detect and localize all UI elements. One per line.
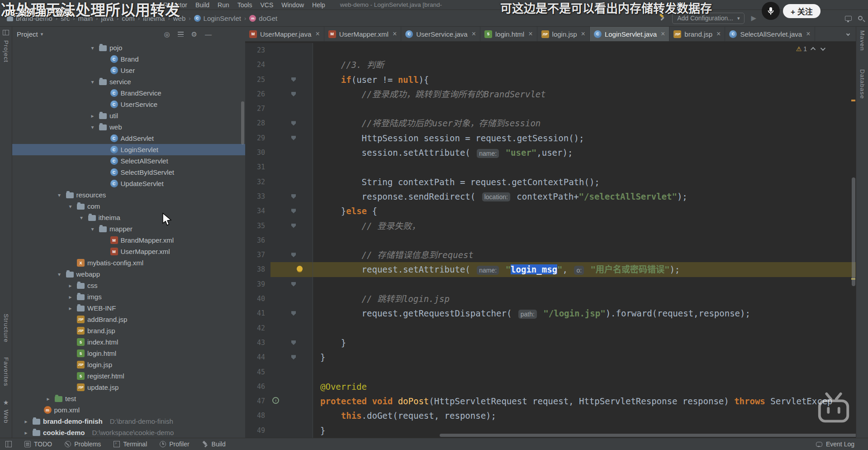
tree-item-brand.jsp[interactable]: JSPbrand.jsp bbox=[12, 325, 245, 336]
toolwindow-button-structure[interactable]: Structure bbox=[3, 314, 9, 343]
tree-item-AddServlet[interactable]: CAddServlet bbox=[12, 133, 245, 144]
chevron-right-icon[interactable]: ▸ bbox=[66, 294, 74, 300]
project-toolwindow-icon[interactable] bbox=[3, 30, 9, 35]
fold-marker-icon[interactable] bbox=[291, 136, 296, 140]
tree-item-web[interactable]: ▾web bbox=[12, 121, 245, 133]
menu-help[interactable]: Help bbox=[308, 1, 329, 9]
tab-SelectAllServlet.java[interactable]: CSelectAllServlet.java× bbox=[725, 27, 815, 41]
code-line-31[interactable]: 31 bbox=[245, 160, 856, 174]
chevron-right-icon[interactable]: ▸ bbox=[66, 282, 74, 289]
breadcrumb-item-web[interactable]: web bbox=[172, 14, 187, 22]
hide-panel-icon[interactable]: — bbox=[205, 30, 212, 38]
menu-run[interactable]: Run bbox=[213, 1, 233, 9]
fold-marker-icon[interactable] bbox=[291, 121, 296, 125]
code-line-44[interactable]: 44} bbox=[245, 350, 856, 364]
fold-marker-icon[interactable] bbox=[291, 224, 296, 228]
fold-marker-icon[interactable] bbox=[291, 92, 296, 96]
toolwindow-switcher-icon[interactable] bbox=[5, 441, 12, 447]
build-hammer-icon[interactable] bbox=[658, 14, 666, 23]
editor[interactable]: 2324//3. 判断25if(user != null){26//登录成功，跳… bbox=[245, 42, 856, 438]
menu-vcs[interactable]: VCS bbox=[256, 1, 277, 9]
close-icon[interactable]: × bbox=[661, 30, 665, 38]
menu-tools[interactable]: Tools bbox=[233, 1, 256, 9]
project-panel-title[interactable]: Project bbox=[17, 30, 38, 38]
toolwindow-button-web[interactable]: Web bbox=[3, 410, 9, 424]
tree-item-util[interactable]: ▸util bbox=[12, 110, 245, 121]
code-line-38[interactable]: 38request.setAttribute( name: "login_msg… bbox=[245, 262, 856, 277]
toolwindow-button-project[interactable]: Project bbox=[3, 40, 9, 62]
code-line-46[interactable]: 46@Override bbox=[245, 379, 856, 394]
close-icon[interactable]: × bbox=[393, 30, 397, 38]
tree-item-mybatis-config.xml[interactable]: Xmybatis-config.xml bbox=[12, 257, 245, 268]
tree-scrollbar[interactable] bbox=[241, 101, 244, 144]
chevron-right-icon[interactable]: ▸ bbox=[89, 113, 96, 119]
fold-marker-icon[interactable] bbox=[291, 311, 296, 316]
horizontal-scrollbar[interactable] bbox=[440, 434, 856, 437]
close-icon[interactable]: × bbox=[581, 30, 585, 38]
code-line-39[interactable]: 39 bbox=[245, 277, 856, 292]
toolwindow-button-database[interactable]: Database bbox=[859, 69, 866, 99]
code-line-40[interactable]: 40// 跳转到login.jsp bbox=[245, 292, 856, 306]
close-icon[interactable]: × bbox=[315, 30, 319, 38]
event-log-button[interactable]: Event Log bbox=[816, 440, 854, 448]
code-line-37[interactable]: 37// 存储错误信息到request bbox=[245, 248, 856, 262]
tree-item-pom.xml[interactable]: mpom.xml bbox=[12, 404, 245, 416]
chevron-down-icon[interactable]: ▾ bbox=[66, 203, 74, 210]
statusbar-build[interactable]: Build bbox=[202, 440, 226, 448]
chevron-right-icon[interactable]: ▸ bbox=[66, 305, 74, 311]
tree-item-pojo[interactable]: ▾pojo bbox=[12, 42, 245, 53]
tree-item-itheima[interactable]: ▾itheima bbox=[12, 212, 245, 223]
follow-button[interactable]: + 关注 bbox=[783, 4, 821, 18]
tab-LoginServlet.java[interactable]: CLoginServlet.java× bbox=[590, 27, 669, 41]
tree-item-com[interactable]: ▾com bbox=[12, 201, 245, 212]
gear-icon[interactable]: ⚙ bbox=[191, 30, 197, 38]
tree-item-mapper[interactable]: ▾mapper bbox=[12, 223, 245, 235]
menu-refactor[interactable]: Refactor bbox=[159, 1, 191, 9]
code-line-28[interactable]: 28//将登陆成功后的user对象，存储到session bbox=[245, 116, 856, 130]
tab-list-chevron[interactable] bbox=[840, 27, 856, 41]
tree-item-cookie-demo[interactable]: ▸cookie-demoD:\workspace\cookie-demo bbox=[12, 427, 245, 438]
chevron-right-icon[interactable]: ▸ bbox=[22, 418, 30, 425]
tree-item-Brand[interactable]: CBrand bbox=[12, 53, 245, 65]
menu-window[interactable]: Window bbox=[277, 1, 308, 9]
code-line-33[interactable]: 33response.sendRedirect( location: conte… bbox=[245, 189, 856, 204]
chevron-down-icon[interactable]: ▾ bbox=[56, 192, 63, 198]
code-line-32[interactable]: 32String contextPath = request.getContex… bbox=[245, 175, 856, 189]
code-line-23[interactable]: 23 bbox=[245, 43, 856, 57]
intention-bulb-icon[interactable] bbox=[297, 266, 303, 272]
chevron-down-icon[interactable]: ▾ bbox=[78, 215, 85, 221]
code-line-45[interactable]: 45 bbox=[245, 365, 856, 379]
tree-item-css[interactable]: ▸css bbox=[12, 280, 245, 291]
tree-item-login.html[interactable]: 5login.html bbox=[12, 348, 245, 359]
fold-marker-icon[interactable] bbox=[291, 355, 296, 359]
tree-item-addBrand.jsp[interactable]: JSPaddBrand.jsp bbox=[12, 314, 245, 325]
tree-item-brand-demo-finish[interactable]: ▸brand-demo-finishD:\brand-demo-finish bbox=[12, 416, 245, 427]
tree-item-index.html[interactable]: 5index.html bbox=[12, 336, 245, 348]
code-line-27[interactable]: 27 bbox=[245, 101, 856, 116]
statusbar-todo[interactable]: TODO bbox=[24, 440, 52, 448]
tree-item-imgs[interactable]: ▸imgs bbox=[12, 291, 245, 302]
code-line-36[interactable]: 36 bbox=[245, 233, 856, 248]
chevron-down-icon[interactable]: ▾ bbox=[89, 45, 96, 51]
tree-item-register.html[interactable]: 5register.html bbox=[12, 370, 245, 382]
breadcrumb-item-com[interactable]: com bbox=[120, 14, 136, 22]
toolwindow-button-favorites[interactable]: Favorites bbox=[3, 357, 9, 387]
tab-UserService.java[interactable]: CUserService.java× bbox=[401, 27, 480, 41]
tree-item-resources[interactable]: ▾resources bbox=[12, 189, 245, 201]
chevron-right-icon[interactable]: ▸ bbox=[44, 396, 52, 402]
fold-marker-icon[interactable] bbox=[291, 340, 296, 345]
prev-issue-icon[interactable] bbox=[811, 47, 816, 52]
tab-brand.jsp[interactable]: JSPbrand.jsp× bbox=[669, 27, 725, 41]
tree-item-login.jsp[interactable]: JSPlogin.jsp bbox=[12, 359, 245, 370]
override-marker-icon[interactable]: ↑ bbox=[272, 397, 279, 404]
tab-UserMapper.java[interactable]: MUserMapper.java× bbox=[245, 27, 324, 41]
fold-marker-icon[interactable] bbox=[291, 194, 296, 199]
chevron-down-icon[interactable]: ▾ bbox=[41, 31, 43, 37]
collapse-all-icon[interactable] bbox=[178, 32, 184, 37]
statusbar-problems[interactable]: Problems bbox=[65, 440, 101, 448]
tree-item-LoginServlet[interactable]: CLoginServlet bbox=[12, 144, 245, 155]
tree-item-BrandService[interactable]: CBrandService bbox=[12, 87, 245, 99]
tree-item-UserMapper.xml[interactable]: MUserMapper.xml bbox=[12, 246, 245, 257]
breadcrumb-item-java[interactable]: java bbox=[100, 14, 115, 22]
chevron-down-icon[interactable]: ▾ bbox=[89, 226, 96, 232]
